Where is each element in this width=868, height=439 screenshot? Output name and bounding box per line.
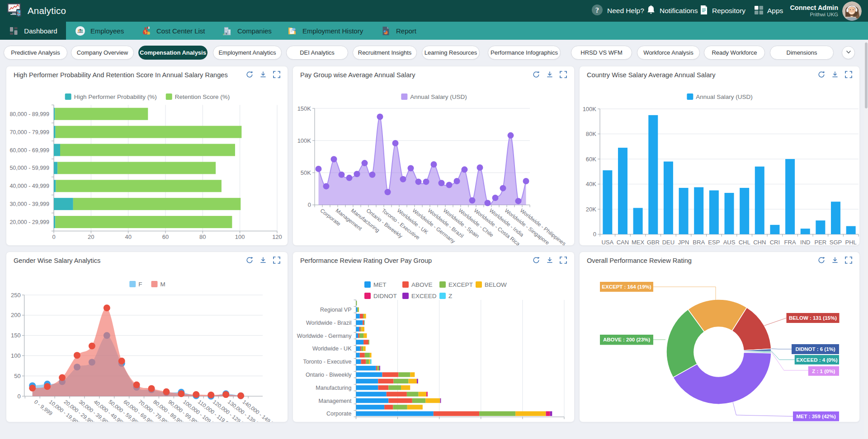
bar-segment[interactable]	[73, 198, 241, 210]
bar-JPN[interactable]	[679, 188, 689, 234]
bar-segment[interactable]	[377, 366, 379, 370]
bar-segment[interactable]	[361, 327, 364, 332]
bar-segment[interactable]	[54, 180, 56, 192]
bar-segment[interactable]	[356, 353, 360, 357]
legend-swatch[interactable]	[401, 93, 407, 100]
data-point[interactable]	[74, 352, 80, 359]
pill-workforce-analysis[interactable]: Workforce Analysis	[637, 46, 700, 60]
bar-segment[interactable]	[368, 340, 369, 344]
data-point[interactable]	[392, 140, 399, 146]
legend-swatch[interactable]	[65, 93, 71, 100]
bar-segment[interactable]	[546, 411, 550, 416]
data-point[interactable]	[523, 178, 529, 184]
bar-segment[interactable]	[363, 346, 366, 351]
pill-recruitment-insights[interactable]: Recruitment Insights	[353, 46, 417, 60]
data-point[interactable]	[369, 172, 376, 178]
legend-swatch[interactable]	[439, 281, 446, 288]
data-point[interactable]	[469, 197, 476, 204]
data-point[interactable]	[400, 176, 406, 182]
data-point[interactable]	[104, 304, 110, 311]
bar-segment[interactable]	[409, 379, 417, 383]
pill-company-overview[interactable]: Company Overview	[71, 46, 134, 60]
bar-SGP[interactable]	[831, 201, 840, 234]
bar-segment[interactable]	[407, 405, 423, 409]
bar-segment[interactable]	[359, 307, 359, 312]
need-help-button[interactable]: ? Need Help?	[591, 0, 644, 22]
data-point[interactable]	[431, 161, 437, 168]
bar-FRA[interactable]	[785, 159, 795, 234]
data-point[interactable]	[408, 165, 414, 171]
pills-expand-button[interactable]	[842, 46, 855, 59]
bar-segment[interactable]	[401, 385, 410, 390]
bar-segment[interactable]	[388, 385, 401, 390]
data-point[interactable]	[492, 195, 499, 201]
bar-segment[interactable]	[56, 180, 222, 192]
data-point[interactable]	[44, 383, 51, 390]
bar-segment[interactable]	[356, 333, 359, 338]
bar-segment[interactable]	[356, 359, 361, 364]
bar-DEU[interactable]	[664, 162, 673, 234]
data-point[interactable]	[446, 182, 453, 188]
bar-segment[interactable]	[407, 392, 419, 396]
bar-segment[interactable]	[370, 353, 372, 357]
legend-label[interactable]: ABOVE	[411, 281, 433, 288]
notifications-button[interactable]: Notifications	[646, 0, 698, 22]
legend-swatch[interactable]	[129, 281, 136, 287]
bar-PHL[interactable]	[846, 226, 856, 234]
data-point[interactable]	[377, 114, 383, 120]
data-point[interactable]	[331, 156, 337, 163]
bar-MEX[interactable]	[633, 208, 643, 234]
bar-segment[interactable]	[364, 320, 365, 325]
bar-segment[interactable]	[356, 314, 360, 318]
bar-segment[interactable]	[356, 411, 434, 416]
bar-USA[interactable]	[603, 170, 612, 234]
bar-segment[interactable]	[366, 359, 369, 364]
pill-dimensions[interactable]: Dimensions	[770, 46, 834, 60]
bar-CRI[interactable]	[770, 225, 779, 234]
legend-label[interactable]: F	[138, 281, 142, 288]
pill-compensation-analysis[interactable]: Compensation Analysis	[138, 46, 208, 60]
legend-label[interactable]: M	[160, 281, 165, 288]
bar-segment[interactable]	[425, 398, 440, 403]
bar-segment[interactable]	[419, 392, 426, 396]
bar-segment[interactable]	[550, 411, 552, 416]
bar-segment[interactable]	[378, 379, 393, 383]
bar-segment[interactable]	[370, 359, 372, 364]
repository-button[interactable]: Repository	[700, 0, 745, 22]
bar-segment[interactable]	[361, 359, 366, 364]
data-point[interactable]	[89, 343, 95, 350]
bar-segment[interactable]	[388, 398, 412, 403]
bar-segment[interactable]	[382, 372, 399, 377]
legend-label[interactable]: Z	[448, 293, 452, 299]
bar-segment[interactable]	[360, 314, 363, 318]
data-point[interactable]	[362, 160, 368, 166]
nav-tab-employment-history[interactable]: Employment History	[287, 22, 363, 40]
nav-tab-cost-center-list[interactable]: Cost Center List	[141, 22, 205, 40]
bar-segment[interactable]	[363, 333, 367, 338]
data-point[interactable]	[500, 185, 506, 191]
bar-segment[interactable]	[356, 366, 376, 370]
legend-label[interactable]: MET	[373, 281, 387, 288]
bar-segment[interactable]	[54, 126, 56, 138]
data-point[interactable]	[208, 392, 214, 398]
bar-segment[interactable]	[363, 314, 364, 318]
nav-tab-employees[interactable]: Employees	[75, 22, 124, 40]
data-point[interactable]	[148, 385, 155, 392]
bar-segment[interactable]	[356, 301, 357, 305]
bar-segment[interactable]	[356, 405, 385, 409]
bar-AUS[interactable]	[725, 193, 734, 234]
legend-label[interactable]: BELOW	[485, 281, 507, 288]
legend-swatch[interactable]	[166, 93, 172, 100]
pill-hrsd-vs-wfm[interactable]: HRSD VS WFM	[571, 46, 632, 60]
data-point[interactable]	[415, 178, 422, 185]
bar-segment[interactable]	[54, 108, 55, 120]
bar-segment[interactable]	[365, 353, 370, 357]
bar-GBR[interactable]	[648, 115, 658, 234]
bar-segment[interactable]	[417, 379, 418, 383]
bar-segment[interactable]	[356, 346, 360, 351]
bar-segment[interactable]	[378, 385, 388, 390]
data-point[interactable]	[133, 382, 140, 388]
bar-segment[interactable]	[356, 385, 378, 390]
bar-segment[interactable]	[364, 314, 366, 318]
bar-segment[interactable]	[54, 198, 73, 210]
